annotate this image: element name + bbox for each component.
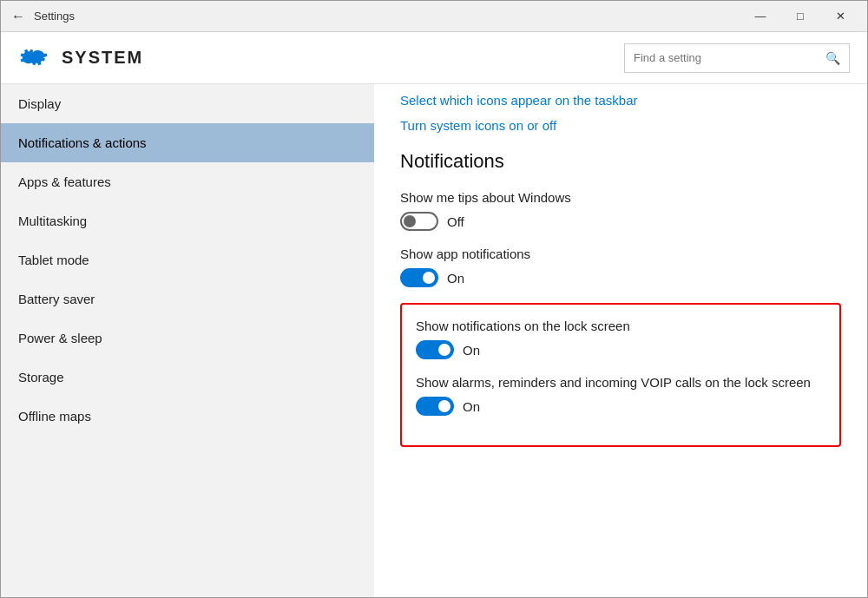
tips-toggle-row: Off — [400, 212, 841, 231]
sidebar-item-apps[interactable]: Apps & features — [1, 162, 374, 201]
lock-screen-toggle-row: On — [416, 340, 825, 359]
sidebar-item-multitasking[interactable]: Multitasking — [1, 201, 374, 240]
sidebar-item-maps[interactable]: Offline maps — [1, 397, 374, 436]
content-area: Select which icons appear on the taskbar… — [374, 84, 867, 598]
minimize-button[interactable]: — — [740, 1, 780, 32]
app-notifications-toggle[interactable] — [400, 268, 438, 287]
lock-screen-toggle[interactable] — [416, 340, 454, 359]
sidebar-item-display[interactable]: Display — [1, 84, 374, 123]
setting-tips: Show me tips about Windows Off — [400, 190, 841, 231]
title-bar: ← Settings — □ ✕ — [1, 1, 867, 32]
sidebar-item-power[interactable]: Power & sleep — [1, 319, 374, 358]
gear-icon — [18, 43, 49, 74]
app-notifications-toggle-thumb — [423, 272, 435, 284]
lock-screen-toggle-thumb — [438, 344, 450, 356]
tips-toggle-thumb — [404, 215, 416, 227]
lock-screen-label: Show notifications on the lock screen — [416, 319, 825, 333]
app-notifications-toggle-row: On — [400, 268, 841, 287]
sidebar-item-battery[interactable]: Battery saver — [1, 279, 374, 319]
app-notifications-toggle-track — [400, 268, 438, 287]
alarms-label: Show alarms, reminders and incoming VOIP… — [416, 375, 825, 390]
title-bar-left: ← Settings — [11, 9, 75, 24]
alarms-toggle-row: On — [416, 397, 825, 416]
tips-status: Off — [447, 214, 464, 229]
setting-app-notifications: Show app notifications On — [400, 246, 841, 287]
alarms-toggle-track — [416, 397, 454, 416]
alarms-status: On — [463, 399, 480, 414]
title-bar-controls: — □ ✕ — [740, 1, 860, 32]
app-notifications-label: Show app notifications — [400, 246, 841, 261]
app-notifications-status: On — [447, 271, 464, 286]
lock-screen-toggle-track — [416, 340, 454, 359]
app-header: SYSTEM 🔍 — [1, 32, 867, 84]
sidebar-item-tablet[interactable]: Tablet mode — [1, 240, 374, 279]
sidebar-item-notifications[interactable]: Notifications & actions — [1, 123, 374, 162]
notifications-title: Notifications — [400, 150, 841, 173]
search-box[interactable]: 🔍 — [624, 43, 850, 73]
app-header-left: SYSTEM — [18, 43, 143, 74]
highlight-box: Show notifications on the lock screen On… — [400, 303, 841, 447]
setting-lock-screen: Show notifications on the lock screen On — [416, 319, 825, 359]
maximize-button[interactable]: □ — [780, 1, 820, 32]
lock-screen-status: On — [463, 343, 480, 358]
taskbar-icons-link[interactable]: Select which icons appear on the taskbar — [400, 93, 841, 108]
content-links: Select which icons appear on the taskbar… — [400, 84, 841, 133]
tips-label: Show me tips about Windows — [400, 190, 841, 205]
alarms-toggle[interactable] — [416, 397, 454, 416]
sidebar-item-storage[interactable]: Storage — [1, 358, 374, 397]
search-icon: 🔍 — [825, 51, 840, 65]
close-button[interactable]: ✕ — [820, 1, 860, 32]
back-button[interactable]: ← — [11, 9, 25, 24]
tips-toggle-track — [400, 212, 438, 231]
title-bar-title: Settings — [34, 10, 75, 23]
setting-alarms: Show alarms, reminders and incoming VOIP… — [416, 375, 825, 416]
alarms-toggle-thumb — [438, 400, 450, 412]
main-layout: Display Notifications & actions Apps & f… — [1, 84, 867, 598]
app-title: SYSTEM — [62, 48, 143, 68]
system-icons-link[interactable]: Turn system icons on or off — [400, 118, 841, 133]
tips-toggle[interactable] — [400, 212, 438, 231]
notifications-section: Notifications Show me tips about Windows… — [400, 150, 841, 447]
sidebar: Display Notifications & actions Apps & f… — [1, 84, 374, 598]
search-input[interactable] — [634, 51, 825, 64]
